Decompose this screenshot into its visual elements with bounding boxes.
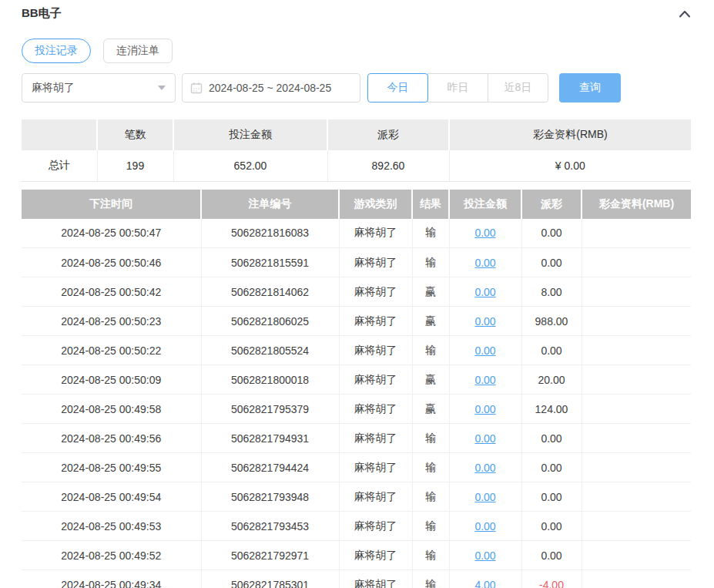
cell-result: 输 <box>412 424 449 453</box>
cell-game-type: 麻将胡了 <box>339 365 412 395</box>
tab-cancelled-orders[interactable]: 连消注单 <box>103 39 173 63</box>
last-8-days-button[interactable]: 近8日 <box>488 73 548 102</box>
yesterday-button[interactable]: 昨日 <box>427 73 488 102</box>
search-button[interactable]: 查询 <box>559 73 621 102</box>
cell-game-type: 麻将胡了 <box>339 248 412 277</box>
cell-payout: 988.00 <box>521 307 582 336</box>
cell-order-id: 5062821816083 <box>201 219 339 248</box>
cell-order-id: 5062821793453 <box>201 512 339 541</box>
cell-payout: 0.00 <box>521 336 582 365</box>
cell-game-type: 麻将胡了 <box>339 541 412 570</box>
table-row: 2024-08-25 00:50:23 5062821806025 麻将胡了 赢… <box>22 307 691 336</box>
cell-order-id: 5062821815591 <box>201 248 339 277</box>
today-button[interactable]: 今日 <box>367 73 428 102</box>
summary-total-payout: 892.60 <box>327 150 449 181</box>
cell-result: 输 <box>412 541 449 570</box>
date-range-value: 2024-08-25 ~ 2024-08-25 <box>209 82 331 94</box>
records-table: 下注时间 注单编号 游戏类别 结果 投注金额 派彩 彩金资料(RMB) 2024… <box>22 190 691 588</box>
tab-bar: 投注记录 连消注单 <box>22 39 692 63</box>
cell-payout: 0.00 <box>521 424 582 453</box>
bet-amount-link[interactable]: 0.00 <box>474 432 495 445</box>
cell-game-type: 麻将胡了 <box>339 512 412 541</box>
bet-amount-link[interactable]: 0.00 <box>474 520 495 533</box>
tab-betting-records[interactable]: 投注记录 <box>22 39 91 63</box>
cell-bet-amount: 0.00 <box>449 307 521 336</box>
cell-bonus <box>582 424 691 453</box>
cell-bonus <box>582 219 691 248</box>
summary-header-payout: 派彩 <box>327 119 449 150</box>
cell-order-id: 5062821794424 <box>201 453 339 482</box>
bet-amount-link[interactable]: 0.00 <box>474 462 495 474</box>
bet-amount-link[interactable]: 0.00 <box>474 257 495 269</box>
game-select[interactable]: 麻将胡了 <box>22 73 176 102</box>
summary-total-count: 199 <box>97 150 173 181</box>
bet-amount-link[interactable]: 0.00 <box>474 227 495 239</box>
date-range-picker[interactable]: 2024-08-25 ~ 2024-08-25 <box>182 73 360 102</box>
cell-result: 赢 <box>412 277 449 307</box>
betting-records-panel: BB电子 投注记录 连消注单 麻将胡了 <box>0 0 714 588</box>
cell-bonus <box>582 277 691 307</box>
cell-result: 输 <box>412 482 449 512</box>
cell-bet-time: 2024-08-25 00:49:34 <box>22 570 201 588</box>
table-row: 2024-08-25 00:50:47 5062821816083 麻将胡了 输… <box>22 219 691 248</box>
cell-game-type: 麻将胡了 <box>339 336 412 365</box>
bet-amount-link[interactable]: 0.00 <box>474 286 495 298</box>
summary-header-bonus: 彩金资料(RMB) <box>449 119 691 150</box>
cell-payout: 0.00 <box>521 453 582 482</box>
bet-amount-link[interactable]: 0.00 <box>474 315 495 328</box>
bet-amount-link[interactable]: 0.00 <box>474 344 495 357</box>
quick-date-button-group: 今日 昨日 近8日 <box>367 73 548 102</box>
cell-bet-amount: 0.00 <box>449 453 521 482</box>
table-row: 2024-08-25 00:49:34 5062821785301 麻将胡了 输… <box>22 570 691 588</box>
cell-bet-time: 2024-08-25 00:50:46 <box>22 248 201 277</box>
cell-payout: -4.00 <box>521 570 582 588</box>
collapse-button[interactable] <box>677 6 692 22</box>
cell-payout: 20.00 <box>521 365 582 395</box>
bet-amount-link[interactable]: 0.00 <box>474 403 495 415</box>
cell-order-id: 5062821793948 <box>201 482 339 512</box>
table-row: 2024-08-25 00:50:46 5062821815591 麻将胡了 输… <box>22 248 691 277</box>
chevron-down-icon <box>158 86 166 90</box>
cell-bet-time: 2024-08-25 00:50:23 <box>22 307 201 336</box>
summary-header-count: 笔数 <box>97 119 173 150</box>
cell-order-id: 5062821795379 <box>201 395 339 424</box>
calendar-icon <box>190 82 203 94</box>
cell-order-id: 5062821805524 <box>201 336 339 365</box>
bet-amount-link[interactable]: 4.00 <box>474 579 495 588</box>
cell-bet-time: 2024-08-25 00:49:58 <box>22 395 201 424</box>
cell-bonus <box>582 307 691 336</box>
cell-result: 输 <box>412 453 449 482</box>
game-select-value: 麻将胡了 <box>32 81 158 95</box>
cell-bet-amount: 0.00 <box>449 482 521 512</box>
summary-total-bonus: ¥ 0.00 <box>449 150 691 181</box>
bet-amount-link[interactable]: 0.00 <box>474 374 495 386</box>
cell-game-type: 麻将胡了 <box>339 570 412 588</box>
cell-bet-amount: 0.00 <box>449 365 521 395</box>
bet-amount-link[interactable]: 0.00 <box>474 549 495 562</box>
cell-bonus <box>582 570 691 588</box>
cell-payout: 0.00 <box>521 219 582 248</box>
cell-result: 输 <box>412 248 449 277</box>
cell-payout: 0.00 <box>521 482 582 512</box>
cell-bet-time: 2024-08-25 00:49:54 <box>22 482 201 512</box>
cell-bonus <box>582 336 691 365</box>
summary-total-bet-amount: 652.00 <box>173 150 327 181</box>
table-row: 2024-08-25 00:49:55 5062821794424 麻将胡了 输… <box>22 453 691 482</box>
summary-header-row: 笔数 投注金额 派彩 彩金资料(RMB) <box>22 119 691 150</box>
cell-bet-time: 2024-08-25 00:50:42 <box>22 277 201 307</box>
cell-game-type: 麻将胡了 <box>339 277 412 307</box>
cell-bet-time: 2024-08-25 00:49:53 <box>22 512 201 541</box>
bet-amount-link[interactable]: 0.00 <box>474 491 495 503</box>
cell-bet-time: 2024-08-25 00:50:09 <box>22 365 201 395</box>
cell-bet-time: 2024-08-25 00:50:22 <box>22 336 201 365</box>
summary-header-blank <box>22 119 97 150</box>
header-bet-amount: 投注金额 <box>449 190 521 219</box>
table-row: 2024-08-25 00:49:52 5062821792971 麻将胡了 输… <box>22 541 691 570</box>
cell-game-type: 麻将胡了 <box>339 307 412 336</box>
table-row: 2024-08-25 00:49:56 5062821794931 麻将胡了 输… <box>22 424 691 453</box>
records-table-body: 2024-08-25 00:50:47 5062821816083 麻将胡了 输… <box>22 219 691 588</box>
table-row: 2024-08-25 00:49:53 5062821793453 麻将胡了 输… <box>22 512 691 541</box>
records-header-row: 下注时间 注单编号 游戏类别 结果 投注金额 派彩 彩金资料(RMB) <box>22 190 691 219</box>
header-result: 结果 <box>412 190 449 219</box>
cell-order-id: 5062821814062 <box>201 277 339 307</box>
